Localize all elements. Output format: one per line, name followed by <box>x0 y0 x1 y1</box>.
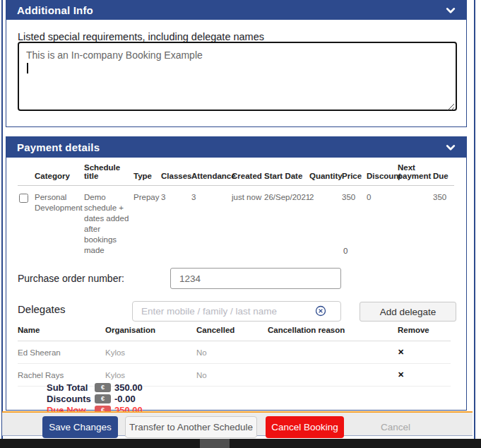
delegate-cancellation-reason <box>268 341 398 364</box>
col-start-date: Start Date <box>264 163 309 186</box>
additional-info-title: Additional Info <box>17 4 93 16</box>
delegate-cancellation-reason <box>268 364 398 387</box>
cell-attendance: 3 <box>191 186 232 257</box>
discounts-label: Discounts <box>47 394 95 404</box>
col-name: Name <box>18 323 105 341</box>
booking-edit-page: Additional Info Listed special requireme… <box>0 0 481 448</box>
cell-schedule-title: Demo schedule + dates added after bookin… <box>84 186 133 257</box>
scrollbar-thumb[interactable] <box>200 439 230 448</box>
chevron-down-icon[interactable] <box>446 6 456 16</box>
subtotal-row: Sub Total € 350.00 <box>47 382 143 393</box>
cell-classes: 3 <box>161 186 191 257</box>
col-due: Due <box>433 163 454 186</box>
resize-grip-icon[interactable] <box>447 101 455 109</box>
special-requirements-wrap: This is an In-company Booking Example <box>18 42 457 111</box>
cell-start-date: 26/Sep/2021 <box>264 186 309 257</box>
delegate-cancelled: No <box>196 364 268 387</box>
special-requirements-textarea[interactable]: This is an In-company Booking Example <box>18 42 457 111</box>
col-created: Created <box>232 163 264 186</box>
delegate-row: Ed Sheeran Kylos No ✕ <box>18 341 451 364</box>
col-type: Type <box>133 163 161 186</box>
col-category: Category <box>35 163 84 186</box>
payment-table: Category Schedule title Type Classes Att… <box>18 163 454 256</box>
subtotal-value: 350.00 <box>114 382 143 393</box>
col-attendance: Attendance <box>191 163 232 186</box>
col-remove: Remove <box>398 323 451 341</box>
clear-search-icon[interactable] <box>315 305 326 317</box>
chevron-down-icon[interactable] <box>446 143 456 153</box>
remove-delegate-icon[interactable]: ✕ <box>398 348 404 356</box>
delegates-table-header-row: Name Organisation Cancelled Cancellation… <box>18 323 451 341</box>
delegates-table: Name Organisation Cancelled Cancellation… <box>18 323 451 387</box>
cancel-booking-button[interactable]: Cancel Booking <box>266 416 344 438</box>
discounts-row: Discounts € -0.00 <box>47 393 143 404</box>
cell-discount: 0 <box>367 186 398 257</box>
additional-info-panel: Additional Info Listed special requireme… <box>6 0 467 127</box>
select-column-header <box>18 163 35 186</box>
transfer-schedule-button[interactable]: Transfer to Another Schedule <box>125 416 257 438</box>
cell-due: 350 <box>433 186 454 257</box>
purchase-order-label: Purchase order number: <box>18 273 124 284</box>
euro-badge-icon: € <box>95 394 111 403</box>
cell-next-payment <box>398 186 433 257</box>
col-price: Price <box>342 163 367 186</box>
cell-quantity: 2 <box>309 186 342 257</box>
purchase-order-input[interactable] <box>170 268 341 289</box>
payment-details-header[interactable]: Payment details <box>6 137 466 158</box>
page-left-border <box>1 0 3 439</box>
delegate-name: Ed Sheeran <box>18 341 105 364</box>
page-right-border <box>474 0 475 439</box>
delegates-label: Delegates <box>18 303 66 315</box>
delegate-organisation: Kylos <box>105 341 196 364</box>
special-requirements-label: Listed special requirements, including d… <box>18 31 264 42</box>
delegate-cancelled: No <box>196 341 268 364</box>
col-discount: Discount <box>367 163 398 186</box>
payment-row-checkbox[interactable] <box>19 194 28 203</box>
horizontal-scrollbar[interactable] <box>0 439 481 448</box>
col-next-payment: Next payment <box>398 163 433 186</box>
col-schedule-title: Schedule title <box>84 163 133 186</box>
col-quantity: Quantity <box>309 163 342 186</box>
additional-info-header[interactable]: Additional Info <box>6 1 466 20</box>
payment-details-title: Payment details <box>17 141 100 153</box>
remove-delegate-icon[interactable]: ✕ <box>398 370 404 379</box>
cancel-button[interactable]: Cancel <box>362 416 429 438</box>
discount-total: 0 <box>343 247 348 255</box>
col-organisation: Organisation <box>105 323 196 341</box>
text-cursor <box>27 63 28 73</box>
cell-type: Prepay <box>133 186 161 257</box>
cell-created: just now <box>232 186 264 257</box>
col-cancellation-reason: Cancellation reason <box>268 323 398 341</box>
subtotal-label: Sub Total <box>47 382 95 393</box>
save-changes-button[interactable]: Save Changes <box>42 416 118 438</box>
col-cancelled: Cancelled <box>196 323 268 341</box>
totals-section: Sub Total € 350.00 Discounts € -0.00 Due… <box>47 382 143 415</box>
delegate-search-input[interactable] <box>132 301 341 322</box>
payment-table-row: Personal Development Demo schedule + dat… <box>18 186 454 257</box>
cell-category: Personal Development <box>35 186 84 257</box>
cell-price: 350 <box>342 186 367 257</box>
discounts-value: -0.00 <box>114 394 136 404</box>
add-delegate-button[interactable]: Add delegate <box>360 302 456 322</box>
col-classes: Classes <box>161 163 191 186</box>
euro-badge-icon: € <box>95 383 111 392</box>
payment-details-panel: Payment details Category Schedule title … <box>6 136 467 411</box>
payment-table-header-row: Category Schedule title Type Classes Att… <box>18 163 454 186</box>
